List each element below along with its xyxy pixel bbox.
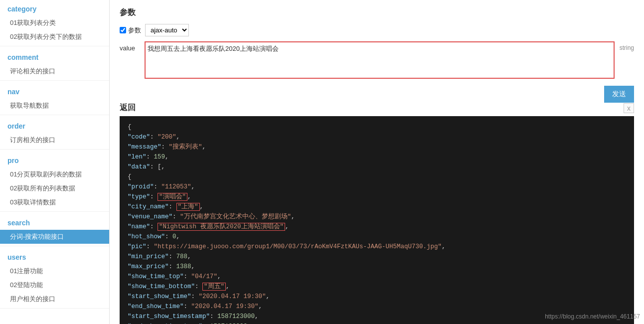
json-line: "city_name": "上海", [128,202,626,212]
json-line: "venue_name": "万代南梦宫文化艺术中心、梦想剧场", [128,212,626,222]
params-row: 参数 ajax-autoajax-jsonform [120,24,634,36]
json-line: "len": 159, [128,152,626,162]
value-input-wrap [145,41,615,79]
sidebar-item-pro-01[interactable]: 01分页获取剧列表的数据 [0,167,109,181]
sidebar-item-cat-02[interactable]: 02获取列表分类下的数据 [0,30,109,44]
sidebar-group-category[interactable]: category [0,0,109,16]
json-line: "hot_show": 0, [128,232,626,242]
sidebar-item-nav-01[interactable]: 获取导航数据 [0,99,109,113]
send-button[interactable]: 发送 [604,86,634,103]
params-select[interactable]: ajax-autoajax-jsonform [145,24,189,36]
return-section: 返回 x { "code": "200", "message": "搜索列表",… [120,103,634,324]
json-line: "name": "Nightwish 夜愿乐队2020上海站演唱会", [128,222,626,232]
json-output[interactable]: { "code": "200", "message": "搜索列表", "len… [120,116,634,324]
json-line: "end_show_time": "2020.04.17 19:30", [128,302,626,312]
sidebar-item-order-01[interactable]: 订房相关的接口 [0,133,109,147]
sidebar-group-users[interactable]: users [0,248,109,264]
params-checkbox-label[interactable]: 参数 [120,26,141,35]
value-type: string [620,41,634,51]
json-line: "message": "搜索列表", [128,142,626,152]
sidebar-group-comment[interactable]: comment [0,48,109,64]
watermark: https://blog.csdn.net/weixin_461157 [545,313,640,320]
json-line: "type": "演唱会", [128,192,626,202]
sidebar-group-nav[interactable]: nav [0,83,109,99]
sidebar-item-search-01[interactable]: 分词-搜索功能接口 [0,230,109,244]
sidebar-item-pro-02[interactable]: 02获取所有的列表数据 [0,181,109,195]
json-line: "code": "200", [128,132,626,142]
json-line: { [128,172,626,182]
return-header: 返回 x [120,103,634,113]
sidebar-item-pro-03[interactable]: 03获取详情数据 [0,195,109,209]
sidebar-item-cat-01[interactable]: 01获取列表分类 [0,16,109,30]
json-line: "show_time_top": "04/17", [128,272,626,282]
main-content: 参数 参数 ajax-autoajax-jsonform value strin… [110,0,644,324]
value-row: value string [120,41,634,79]
sidebar: category01获取列表分类02获取列表分类下的数据comment评论相关的… [0,0,110,324]
sidebar-group-pro[interactable]: pro [0,152,109,167]
value-label: value [120,41,140,52]
params-checkbox[interactable] [120,27,126,33]
return-title: 返回 [120,103,136,113]
sidebar-group-order[interactable]: order [0,117,109,133]
json-line: "proid": "112053", [128,182,626,192]
params-section-title: 参数 [120,7,634,18]
json-line: { [128,122,626,132]
sidebar-item-users-02[interactable]: 02登陆功能 [0,278,109,292]
sidebar-item-comment-01[interactable]: 评论相关的接口 [0,64,109,78]
json-line: "data": [, [128,162,626,172]
value-textarea[interactable] [148,44,612,74]
json-line: "max_price": 1388, [128,262,626,272]
sidebar-item-users-03[interactable]: 用户相关的接口 [0,292,109,306]
sidebar-item-users-01[interactable]: 01注册功能 [0,264,109,278]
json-line: "start_show_time": "2020.04.17 19:30", [128,292,626,302]
json-line: "show_time_bottom": "周五", [128,282,626,292]
json-line: "pic": "https://image.juooo.com/group1/M… [128,242,626,252]
close-button[interactable]: x [624,103,634,113]
json-line: "end_show_timestamp": 1587123000, [128,322,626,324]
json-line: "min_price": 788, [128,252,626,262]
sidebar-group-search[interactable]: search [0,214,109,230]
